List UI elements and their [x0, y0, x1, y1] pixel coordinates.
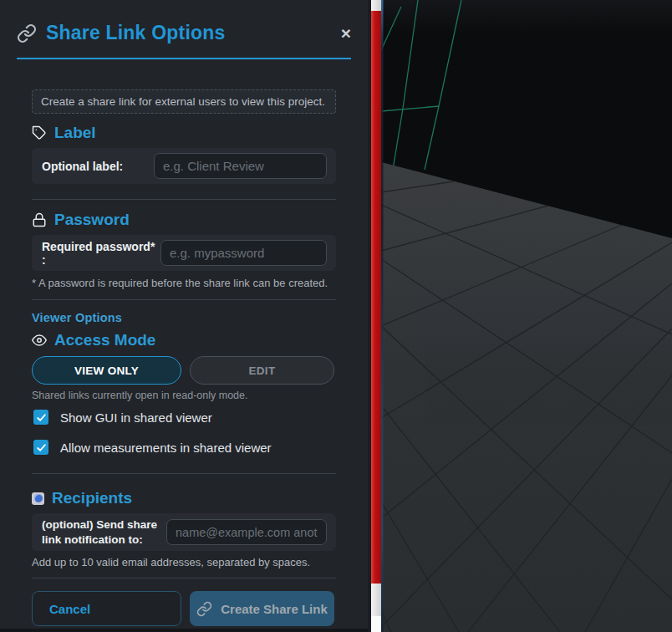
password-heading-text: Password [54, 211, 130, 229]
recipients-section-heading: Recipients [32, 489, 336, 507]
show-gui-label: Show GUI in shared viewer [60, 410, 212, 425]
panel-bottom-edge [0, 629, 368, 632]
optional-label-text: Optional label: [42, 160, 123, 173]
create-share-link-button[interactable]: Create Share Link [190, 591, 334, 626]
access-mode-caption: Shared links currently open in read-only… [32, 390, 336, 401]
scene-floor [381, 162, 672, 632]
access-mode-heading-text: Access Mode [54, 331, 155, 349]
scrollbar-end-button[interactable] [371, 616, 381, 632]
app-window: Share Link Options × Create a share link… [0, 0, 672, 632]
checkmark-icon [36, 412, 47, 423]
divider [32, 299, 336, 300]
recipients-note: Add up to 10 valid email addresses, sepa… [32, 556, 336, 568]
dialog-title: Share Link Options [46, 22, 225, 44]
show-gui-checkbox-row: Show GUI in shared viewer [32, 410, 336, 425]
recipients-input[interactable] [166, 519, 327, 545]
link-icon [196, 601, 212, 617]
password-section-heading: Password [32, 211, 336, 229]
password-note: * A password is required before the shar… [32, 277, 336, 289]
viewer-options-heading: Viewer Options [32, 311, 336, 324]
scrollbar-thumb[interactable] [371, 11, 381, 584]
tag-icon [32, 125, 47, 140]
lock-icon [32, 212, 47, 227]
email-icon [32, 492, 44, 505]
send-notification-text: (optional) Send share link notification … [42, 517, 157, 547]
access-mode-heading: Access Mode [32, 331, 336, 349]
header-accent-rule [17, 58, 351, 59]
access-mode-toggle: VIEW ONLY EDIT [32, 356, 336, 385]
label-section-heading: Label [32, 124, 336, 142]
required-password-text: Required password* : [42, 240, 160, 267]
dialog-footer: Cancel Create Share Link [32, 591, 336, 626]
label-input[interactable] [154, 153, 327, 179]
allow-measurements-checkbox-row: Allow measurements in shared viewer [32, 440, 336, 455]
dialog-description: Create a share link for external users t… [32, 89, 336, 114]
password-field-group: Required password* : [32, 235, 336, 271]
share-link-options-dialog: Share Link Options × Create a share link… [0, 0, 368, 632]
allow-measurements-checkbox[interactable] [33, 440, 48, 455]
3d-scene [381, 0, 672, 632]
dialog-header: Share Link Options × [0, 0, 368, 44]
viewport-edge-highlight [381, 0, 384, 632]
close-icon[interactable]: × [341, 24, 351, 42]
recipients-heading-text: Recipients [52, 489, 132, 507]
divider [32, 199, 336, 200]
link-icon [17, 23, 37, 43]
label-field-group: Optional label: [32, 148, 336, 184]
allow-measurements-label: Allow measurements in shared viewer [60, 441, 272, 455]
password-input[interactable] [160, 240, 327, 266]
create-share-link-label: Create Share Link [221, 602, 328, 616]
view-only-button[interactable]: VIEW ONLY [32, 356, 181, 385]
divider [32, 473, 336, 474]
checkmark-icon [36, 442, 47, 453]
show-gui-checkbox[interactable] [33, 410, 48, 425]
recipients-field-group: (optional) Send share link notification … [32, 513, 336, 551]
edit-button[interactable]: EDIT [190, 356, 334, 385]
3d-viewport[interactable] [381, 0, 672, 632]
label-heading-text: Label [54, 124, 96, 142]
eye-icon [32, 333, 47, 348]
divider [32, 578, 336, 578]
cancel-button[interactable]: Cancel [32, 591, 181, 626]
